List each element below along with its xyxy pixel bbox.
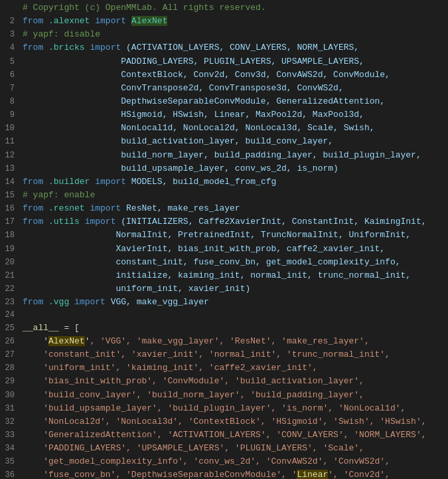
code-token: 'bias_init_with_prob', 'ConvModule', 'bu… (23, 376, 364, 386)
code-line: 7 ConvTranspose2d, ConvTranspose3d, Conv… (0, 82, 448, 95)
code-token: 'GeneralizedAttention', 'ACTIVATION_LAYE… (23, 430, 427, 440)
code-token: NonLocal1d, NonLocal2d, NonLocal3d, Scal… (23, 123, 375, 133)
line-number: 8 (3, 96, 23, 108)
code-token: build_norm_layer, build_padding_layer, b… (23, 150, 421, 160)
line-number: 26 (3, 335, 23, 348)
code-token: # yapf: enable (23, 190, 95, 200)
line-content: 'AlexNet', 'VGG', 'make_vgg_layer', 'Res… (23, 335, 445, 348)
code-token: # Copyright (c) OpenMMLab. All rights re… (23, 3, 266, 13)
line-content: 'get_model_complexity_info', 'conv_ws_2d… (23, 455, 445, 468)
line-content: 'build_conv_layer', 'build_norm_layer', … (23, 389, 445, 402)
code-token: from (23, 16, 48, 26)
code-token: 'get_model_complexity_info', 'conv_ws_2d… (23, 456, 390, 466)
code-token: 'constant_init', 'xavier_init', 'normal_… (23, 349, 390, 359)
line-content: from .vgg import VGG, make_vgg_layer (23, 296, 445, 309)
code-token: Linear (297, 470, 328, 479)
line-number: 31 (3, 403, 23, 415)
line-number: 21 (3, 270, 23, 282)
code-line: 19 XavierInit, bias_init_with_prob, caff… (0, 242, 448, 256)
line-number: 13 (3, 163, 23, 175)
code-token: build_activation_layer, build_conv_layer… (23, 136, 333, 146)
code-line: 27 'constant_init', 'xavier_init', 'norm… (0, 348, 448, 361)
code-token: from (23, 177, 48, 187)
code-token: AlexNet (48, 336, 85, 346)
code-token: 'fuse_conv_bn', 'DepthwiseSeparableConvM… (23, 470, 297, 479)
line-number: 33 (3, 429, 23, 442)
code-line: 12 build_norm_layer, build_padding_layer… (0, 149, 448, 162)
code-line: 16from .resnet import ResNet, make_res_l… (0, 202, 448, 215)
code-line: 35 'get_model_complexity_info', 'conv_ws… (0, 455, 448, 468)
code-token: HSigmoid, HSwish, Linear, MaxPool2d, Max… (23, 110, 364, 120)
code-line: 26 'AlexNet', 'VGG', 'make_vgg_layer', '… (0, 335, 448, 348)
line-content: XavierInit, bias_init_with_prob, caffe2_… (23, 242, 445, 256)
code-line: 17from .utils import (INITIALIZERS, Caff… (0, 215, 448, 229)
line-number: 32 (3, 416, 23, 429)
code-token: 'build_conv_layer', 'build_norm_layer', … (23, 390, 364, 400)
code-token: from (23, 217, 48, 227)
line-content: from .bricks import (ACTIVATION_LAYERS, … (23, 41, 445, 54)
code-token: ', 'Conv2d', (328, 470, 390, 479)
code-line: 30 'build_conv_layer', 'build_norm_layer… (0, 389, 448, 402)
code-line: 32 'NonLocal2d', 'NonLocal3d', 'ContextB… (0, 415, 448, 429)
line-number: 27 (3, 349, 23, 361)
code-token: constant_init, fuse_conv_bn, get_model_c… (23, 257, 401, 267)
code-line: 3# yapf: disable (0, 28, 448, 41)
line-number: 36 (3, 469, 23, 479)
code-editor: # Copyright (c) OpenMMLab. All rights re… (0, 0, 448, 479)
line-number: 17 (3, 216, 23, 229)
line-content: 'GeneralizedAttention', 'ACTIVATION_LAYE… (23, 429, 445, 442)
code-token: .alexnet (48, 16, 90, 26)
code-line: 15# yapf: enable (0, 189, 448, 202)
line-content: PADDING_LAYERS, PLUGIN_LAYERS, UPSAMPLE_… (23, 55, 445, 68)
code-token: MODELS, build_model_from_cfg (131, 177, 276, 187)
line-number: 10 (3, 122, 23, 135)
code-line: 24 (0, 309, 448, 322)
code-line: 10 NonLocal1d, NonLocal2d, NonLocal3d, S… (0, 122, 448, 135)
line-number: 19 (3, 243, 23, 256)
code-token: import (90, 177, 131, 187)
line-number: 15 (3, 189, 23, 202)
code-token: XavierInit, bias_init_with_prob, caffe2_… (23, 244, 385, 254)
code-line: 22 uniform_init, xavier_init) (0, 282, 448, 296)
code-token: 'build_upsample_layer', 'build_plugin_la… (23, 403, 406, 413)
line-content: # yapf: disable (23, 28, 445, 41)
line-content: 'constant_init', 'xavier_init', 'normal_… (23, 348, 445, 361)
line-content: DepthwiseSeparableConvModule, Generalize… (23, 95, 445, 108)
code-line: 31 'build_upsample_layer', 'build_plugin… (0, 402, 448, 415)
line-content: 'bias_init_with_prob', 'ConvModule', 'bu… (23, 375, 445, 388)
code-token: import (80, 217, 121, 227)
code-token: ConvTranspose2d, ConvTranspose3d, ConvWS… (23, 83, 344, 93)
line-content: # yapf: enable (23, 189, 445, 202)
line-content: NonLocal1d, NonLocal2d, NonLocal3d, Scal… (23, 122, 445, 135)
code-line: 18 NormalInit, PretrainedInit, TruncNorm… (0, 229, 448, 242)
line-number: 3 (3, 29, 23, 41)
code-line: 36 'fuse_conv_bn', 'DepthwiseSeparableCo… (0, 468, 448, 479)
line-number: 22 (3, 283, 23, 296)
code-token: ResNet, make_res_layer (126, 203, 240, 213)
code-token: 'PADDING_LAYERS', 'UPSAMPLE_LAYERS', 'PL… (23, 443, 364, 453)
code-token: __all__ (23, 323, 59, 333)
line-content: NormalInit, PretrainedInit, TruncNormalI… (23, 229, 445, 242)
line-number: 6 (3, 69, 23, 82)
code-token: import (85, 203, 126, 213)
code-token: .builder (48, 177, 90, 187)
line-number: 23 (3, 296, 23, 309)
line-content: from .resnet import ResNet, make_res_lay… (23, 202, 445, 215)
code-token: initialize, kaiming_init, normal_init, t… (23, 270, 411, 280)
code-token: DepthwiseSeparableConvModule, Generalize… (23, 96, 385, 106)
code-line: 20 constant_init, fuse_conv_bn, get_mode… (0, 256, 448, 269)
code-line: 34 'PADDING_LAYERS', 'UPSAMPLE_LAYERS', … (0, 442, 448, 455)
code-token: (INITIALIZERS, Caffe2XavierInit, Constan… (121, 217, 426, 227)
line-number: 2 (3, 15, 23, 28)
line-number: 9 (3, 109, 23, 122)
line-content: from .utils import (INITIALIZERS, Caffe2… (23, 215, 445, 229)
line-number: 35 (3, 456, 23, 468)
code-line: # Copyright (c) OpenMMLab. All rights re… (0, 1, 448, 15)
line-content: 'fuse_conv_bn', 'DepthwiseSeparableConvM… (23, 468, 445, 479)
code-token: , 'VGG', 'make_vgg_layer', 'ResNet', 'ma… (90, 336, 369, 346)
code-token: import (69, 297, 110, 307)
line-content: 'PADDING_LAYERS', 'UPSAMPLE_LAYERS', 'PL… (23, 442, 445, 455)
line-content: constant_init, fuse_conv_bn, get_model_c… (23, 256, 445, 269)
line-content: build_activation_layer, build_conv_layer… (23, 135, 445, 148)
code-token: .bricks (48, 43, 85, 52)
